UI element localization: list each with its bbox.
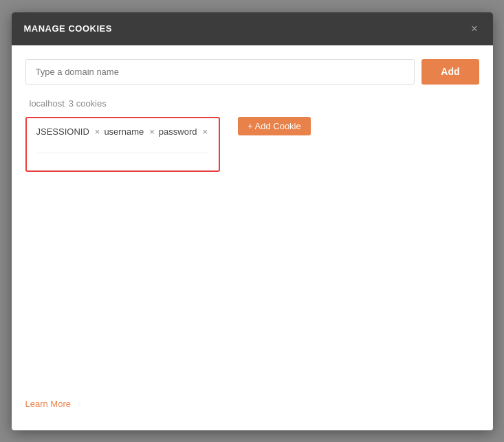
domain-name: localhost: [30, 98, 65, 109]
domain-input[interactable]: [25, 59, 415, 85]
footer: Learn More: [25, 384, 479, 410]
cookie-tag-username: username ×: [104, 126, 155, 137]
modal-title: MANAGE COOKIES: [24, 23, 112, 34]
cookies-container: JSESSIONID × username × password ×: [25, 117, 221, 172]
cookie-tag-password: password ×: [159, 126, 209, 137]
cookie-count: 3 cookies: [69, 98, 107, 109]
cookie-name-password: password: [159, 126, 197, 137]
cookie-name-jsessionid: JSESSIONID: [36, 126, 89, 137]
domain-label: localhost3 cookies: [25, 98, 479, 109]
add-button[interactable]: Add: [421, 59, 479, 85]
manage-cookies-modal: MANAGE COOKIES × Add localhost3 cookies …: [12, 12, 493, 430]
cookie-remove-username[interactable]: ×: [148, 127, 156, 136]
cookie-remove-password[interactable]: ×: [201, 127, 209, 136]
modal-body: Add localhost3 cookies JSESSIONID × user…: [12, 45, 493, 430]
cookies-tags: JSESSIONID × username × password ×: [36, 126, 210, 137]
cookie-remove-jsessionid[interactable]: ×: [94, 127, 102, 136]
cookie-tag-jsessionid: JSESSIONID ×: [36, 126, 102, 137]
add-cookie-button[interactable]: + Add Cookie: [238, 117, 311, 135]
learn-more-link[interactable]: Learn More: [25, 399, 71, 409]
cookie-divider: [36, 153, 210, 153]
modal-header: MANAGE COOKIES ×: [12, 12, 493, 45]
close-button[interactable]: ×: [468, 22, 480, 36]
cookie-name-username: username: [104, 126, 144, 137]
search-row: Add: [25, 59, 479, 85]
